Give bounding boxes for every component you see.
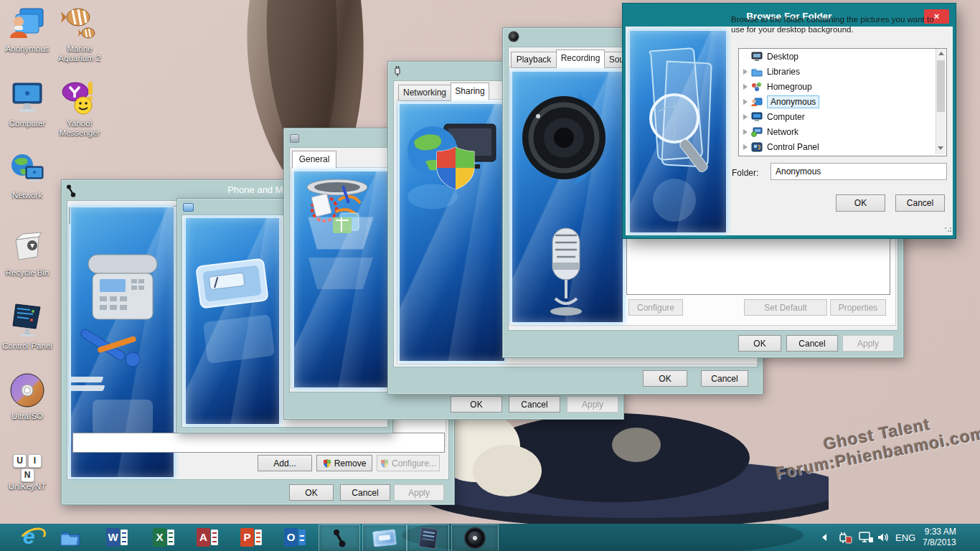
tray-network[interactable] <box>858 524 874 551</box>
taskbar-ie[interactable]: e <box>11 524 50 550</box>
taskbar-access[interactable]: A <box>188 524 227 550</box>
desktop-icon-control-panel[interactable]: Control Panel <box>0 301 58 351</box>
ok-button[interactable]: OK <box>738 335 781 352</box>
fish-icon <box>61 6 98 42</box>
computer-icon <box>751 112 763 122</box>
taskbar-file-explorer[interactable] <box>51 524 90 550</box>
tile-n: N <box>21 468 34 482</box>
tree-scrollbar[interactable] <box>936 49 946 154</box>
taskbar-settings-dialog[interactable] <box>407 524 449 551</box>
expander-icon[interactable] <box>743 99 748 105</box>
tree-item-computer[interactable]: Computer <box>739 109 946 124</box>
apply-button[interactable]: Apply <box>394 484 444 501</box>
taskbar-phone-modem[interactable] <box>319 524 360 551</box>
power-plug-icon <box>838 531 852 544</box>
cancel-button[interactable]: Cancel <box>701 370 748 387</box>
tree-item-libraries[interactable]: Libraries <box>739 64 946 79</box>
settings-panel-icon <box>418 527 438 549</box>
yahoo-icon <box>61 80 98 116</box>
tray-volume[interactable] <box>877 524 890 551</box>
apply-button[interactable]: Apply <box>842 335 894 352</box>
tree-item-anonymous[interactable]: Anonymous <box>739 94 946 109</box>
tab-recording[interactable]: Recording <box>556 50 605 67</box>
properties-button[interactable]: Properties <box>830 299 886 316</box>
excel-icon: X <box>153 528 174 547</box>
taskbar-powerpoint[interactable]: P <box>232 524 270 550</box>
device-icon <box>183 203 194 212</box>
network-security-image <box>399 103 505 362</box>
tree-item-desktop[interactable]: Desktop <box>739 49 946 64</box>
taskbar: e W X A P O <box>0 524 980 551</box>
configure-button[interactable]: Configure <box>628 299 683 316</box>
expander-icon[interactable] <box>743 144 748 150</box>
resize-grip[interactable] <box>944 227 951 234</box>
uac-shield-icon <box>380 458 389 468</box>
folder-search-image <box>629 30 727 233</box>
control-panel-icon <box>9 301 46 339</box>
tab-general[interactable]: General <box>292 151 336 169</box>
homegroup-icon <box>751 82 763 92</box>
generic-window-icon <box>290 134 299 143</box>
taskbar-device-dialog[interactable] <box>362 524 407 551</box>
icon-label: Network <box>0 191 58 200</box>
taskbar-word[interactable]: W <box>98 524 136 550</box>
folder-tree[interactable]: Desktop Libraries Homegroup Anonymous Co <box>738 48 947 156</box>
desktop-icon-marine-aquarium[interactable]: Marine Aquarium 2 <box>49 6 110 63</box>
add-button[interactable]: Add... <box>258 455 312 471</box>
taskbar-outlook[interactable]: O <box>275 524 314 550</box>
tab-networking[interactable]: Networking <box>398 85 451 101</box>
desktop-icon-recycle-bin[interactable]: Recycle Bin <box>0 231 58 278</box>
file-explorer-icon <box>60 528 81 547</box>
instruction-text: Browse to the folder containing the pict… <box>731 14 948 34</box>
ok-button[interactable]: OK <box>289 484 334 501</box>
set-default-button[interactable]: Set Default <box>744 299 827 316</box>
tray-language[interactable]: ENG <box>895 524 915 551</box>
scroll-down-icon[interactable] <box>938 146 943 150</box>
scroll-up-icon[interactable] <box>938 52 944 55</box>
expander-icon[interactable] <box>743 84 748 90</box>
ok-button[interactable]: OK <box>643 370 687 387</box>
ok-button[interactable]: OK <box>451 396 502 413</box>
tree-item-homegroup[interactable]: Homegroup <box>739 79 946 94</box>
apply-button[interactable]: Apply <box>567 396 618 413</box>
tray-clock[interactable]: 9:33 AM 7/8/2013 <box>923 524 956 551</box>
cancel-button[interactable]: Cancel <box>895 194 945 212</box>
tile-u: U <box>13 454 27 468</box>
taskbar-sound-dialog[interactable] <box>451 524 499 551</box>
folder-input[interactable] <box>771 163 947 180</box>
monitor-icon <box>9 80 46 116</box>
unikey-tiles-icon: UI N <box>0 453 58 482</box>
ok-button[interactable]: OK <box>836 194 885 212</box>
speaker-round-icon <box>509 32 518 41</box>
libraries-icon <box>751 67 763 77</box>
cancel-button[interactable]: Cancel <box>340 484 390 501</box>
tray-show-hidden[interactable] <box>822 524 826 551</box>
tab-playback[interactable]: Playback <box>511 52 557 68</box>
word-icon: W <box>106 528 128 547</box>
expander-icon[interactable] <box>743 129 748 135</box>
tree-item-control-panel[interactable]: Control Panel <box>739 139 946 154</box>
expander-icon[interactable] <box>743 114 748 120</box>
tab-sharing[interactable]: Sharing <box>451 83 489 100</box>
icon-label: Recycle Bin <box>0 268 58 278</box>
icon-label: UniKeyNT <box>0 482 58 491</box>
cancel-button[interactable]: Cancel <box>786 335 838 352</box>
configure-button[interactable]: Configure... <box>377 455 440 471</box>
speaker-round-icon <box>466 529 484 547</box>
cancel-button[interactable]: Cancel <box>509 396 560 413</box>
desktop-icon-yahoo-messenger[interactable]: Yahoo! Messenger <box>49 80 110 138</box>
remove-button[interactable]: Remove <box>316 455 372 471</box>
desktop-icon-network[interactable]: Network <box>0 152 58 200</box>
taskbar-excel[interactable]: X <box>144 524 183 550</box>
internet-explorer-icon: e <box>20 527 42 548</box>
providers-list[interactable] <box>72 433 445 453</box>
tree-item-network[interactable]: Network <box>739 124 946 139</box>
tray-power[interactable] <box>838 524 852 551</box>
expander-icon[interactable] <box>743 69 748 75</box>
desktop-icon-unikeynt[interactable]: UI N UniKeyNT <box>0 453 58 491</box>
tray-time: 9:33 AM <box>923 527 956 537</box>
speaker-microphone-image <box>512 71 623 323</box>
icon-label: Marine Aquarium 2 <box>49 44 110 63</box>
desktop-icon-ultraiso[interactable]: UltraISO <box>0 372 58 421</box>
scroll-thumb[interactable] <box>937 60 945 112</box>
